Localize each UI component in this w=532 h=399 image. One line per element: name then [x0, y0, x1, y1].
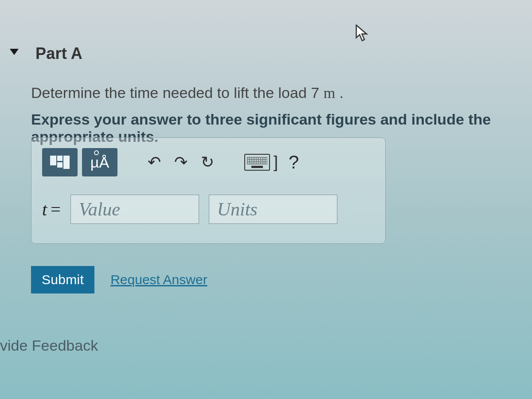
request-answer-link[interactable]: Request Answer	[110, 272, 207, 287]
value-input[interactable]: Value	[70, 195, 199, 224]
special-characters-button[interactable]: µÅ	[82, 148, 117, 176]
mu-angstrom-icon: µÅ	[90, 154, 109, 171]
help-button[interactable]: ?	[289, 152, 299, 173]
variable-name: t	[42, 200, 47, 219]
part-title: Part A	[35, 44, 82, 63]
action-row: Submit Request Answer	[31, 266, 207, 293]
bracket-icon: ]	[274, 153, 278, 172]
collapse-toggle-icon[interactable]	[10, 49, 19, 55]
cursor-icon	[355, 24, 370, 44]
prompt-text: Determine the time needed to lift the lo…	[31, 84, 324, 101]
keyboard-shortcuts-icon[interactable]	[244, 154, 270, 171]
answer-inputs: t= Value Units	[42, 195, 375, 224]
undo-icon[interactable]: ↶	[143, 154, 165, 170]
prompt-unit: m	[324, 85, 335, 101]
prompt-text-end: .	[335, 84, 344, 101]
answer-panel: µÅ ↶ ↷ ↻ ] ? t= Value Units	[31, 137, 386, 244]
redo-icon[interactable]: ↷	[170, 154, 192, 170]
reset-icon[interactable]: ↻	[196, 154, 219, 170]
units-input[interactable]: Units	[209, 195, 337, 224]
variable-label: t=	[42, 199, 61, 220]
fraction-template-icon	[50, 156, 70, 169]
submit-button[interactable]: Submit	[31, 266, 94, 293]
fraction-template-button[interactable]	[42, 148, 78, 176]
equals-sign: =	[51, 200, 61, 219]
question-prompt: Determine the time needed to lift the lo…	[31, 84, 344, 102]
provide-feedback-link[interactable]: vide Feedback	[0, 337, 98, 354]
equation-toolbar: µÅ ↶ ↷ ↻ ] ?	[42, 146, 375, 179]
